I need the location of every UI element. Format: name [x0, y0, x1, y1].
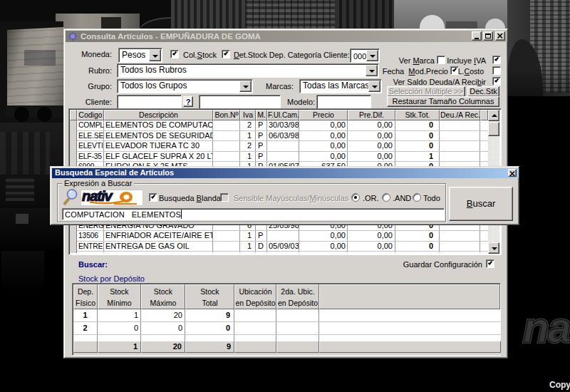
svg-text:nativ: nativ: [82, 190, 114, 204]
svg-text:na: na: [523, 304, 570, 350]
